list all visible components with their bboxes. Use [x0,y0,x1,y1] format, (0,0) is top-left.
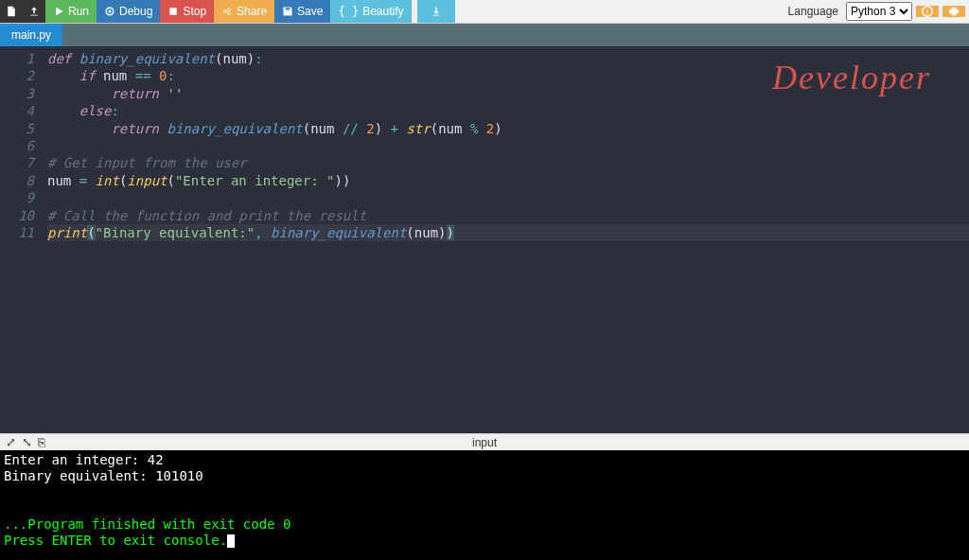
language-select[interactable]: Python 3 [846,2,912,21]
settings-button[interactable] [943,6,965,17]
gutter: 1 2 34567891011 [0,46,42,433]
download-button[interactable] [417,0,455,23]
save-label: Save [297,5,323,18]
toolbar: Run Debug Stop Share Save { } Beautify L… [0,0,969,24]
language-label: Language [788,5,838,18]
upload-icon [28,6,40,17]
code-area[interactable]: def binary_equivalent(num): if num == 0:… [42,46,969,433]
save-icon [282,6,293,17]
svg-rect-2 [170,8,178,15]
new-file-button[interactable] [0,0,23,23]
toolbar-right: Language Python 3 i [788,0,969,23]
share-label: Share [237,5,267,18]
run-button[interactable]: Run [45,0,97,23]
tab-bar: main.py [0,24,969,46]
stop-label: Stop [183,5,206,18]
save-button[interactable]: Save [274,0,330,23]
upload-button[interactable] [23,0,45,23]
console-title: input [472,436,497,449]
debug-label: Debug [119,5,152,18]
copy-icon[interactable]: ⎘ [38,435,45,449]
console-header: ⤢ ⤡ ⎘ input [0,433,969,450]
stop-button[interactable]: Stop [160,0,214,23]
play-icon [53,6,64,17]
tab-label: main.py [11,28,51,42]
beautify-label: Beautify [362,5,403,18]
download-icon [431,6,442,17]
braces-icon: { } [338,5,359,18]
share-button[interactable]: Share [214,0,274,23]
code-editor[interactable]: 1 2 34567891011 def binary_equivalent(nu… [0,46,969,433]
share-icon [221,6,233,17]
tab-main[interactable]: main.py [0,24,62,46]
svg-text:i: i [926,8,928,16]
debug-icon [104,6,115,17]
debug-button[interactable]: Debug [97,0,160,23]
info-icon: i [922,6,933,17]
file-icon [6,6,17,17]
expand-icon[interactable]: ⤡ [22,435,32,449]
console-output[interactable]: Enter an integer: 42Binary equivalent: 1… [0,450,969,560]
svg-point-1 [109,10,112,13]
gear-icon [948,6,960,17]
stop-icon [167,6,179,17]
beautify-button[interactable]: { } Beautify [330,0,411,23]
info-button[interactable]: i [916,6,939,17]
run-label: Run [68,5,89,18]
collapse-icon[interactable]: ⤢ [6,435,16,449]
